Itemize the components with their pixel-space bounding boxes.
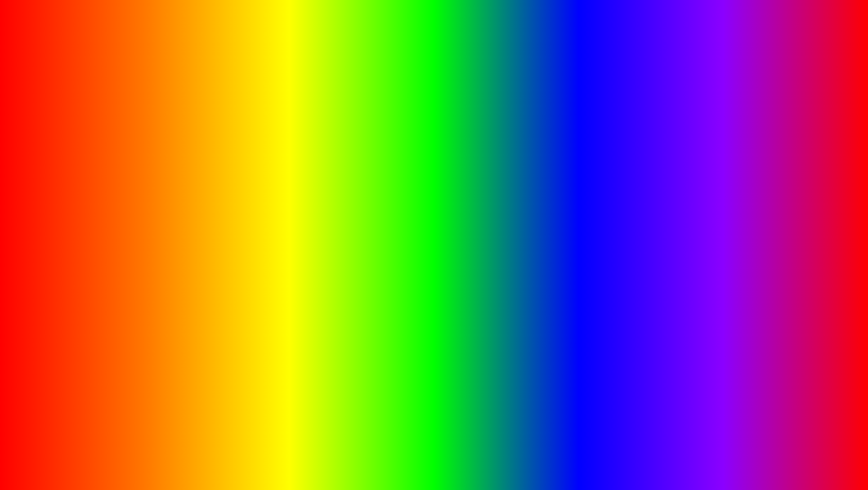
svg-point-11	[338, 404, 356, 413]
checkbox-mastery-normal-right[interactable]	[317, 202, 322, 208]
sidebar-auto-farm-area[interactable]: Auto Farm Area	[61, 168, 116, 176]
chest-list-icon: ☰	[179, 220, 183, 225]
catalyst-tab-general[interactable]: General	[63, 116, 84, 124]
flower-3: 🌼	[298, 325, 311, 337]
green-dot-orbs	[257, 162, 260, 166]
collect-section: Collect 🔧 Auto collect bags Auto collect…	[257, 147, 324, 180]
smiley-icon: 🙂	[116, 134, 123, 140]
svg-text:✧: ✧	[782, 232, 785, 236]
svg-rect-4	[325, 330, 352, 334]
farm-aura-bar	[63, 209, 85, 214]
easter-section: EASTER	[701, 121, 825, 276]
chests-title: Chests	[175, 211, 324, 217]
sidebar-areas: areas | Kawaii	[61, 145, 116, 153]
easter-image: ✦ ✦ ✧ ✧	[701, 159, 818, 276]
sidebar-farm-aura: Farm Aura	[61, 208, 116, 216]
green-ind-1	[322, 222, 327, 226]
easter-title: EASTER	[701, 121, 825, 156]
sidebar-select-redeem[interactable]: Select Redeem...	[61, 225, 116, 232]
log-j: j	[125, 135, 126, 139]
nav-eggs-label: Eggs	[127, 182, 138, 187]
checkbox-auto-farm[interactable]	[63, 170, 67, 174]
svg-point-41	[772, 222, 775, 224]
title-sim: SIMUL	[276, 9, 479, 79]
nav-home[interactable]: 🏠 Home	[113, 145, 171, 156]
chest-list-expand[interactable]: ≡	[317, 220, 320, 225]
autofarm-type-row: Type Multi Target	[175, 155, 243, 161]
svg-point-45	[755, 232, 762, 237]
autofarm-chest-val[interactable]: Magma Chest	[198, 163, 243, 170]
sidebar-aura-distance[interactable]: Aura Distance	[61, 200, 116, 208]
autofarm-area-key: Area	[175, 173, 196, 178]
sidebar-auto-redeem[interactable]: Auto Redeem	[61, 240, 116, 248]
bottom-script: SCRIPT	[484, 446, 612, 482]
svg-point-16	[381, 322, 385, 325]
svg-rect-9	[342, 372, 352, 408]
dollar-sign-1: $	[671, 145, 683, 169]
nav-redeem-label: Redeem/Boost	[125, 205, 158, 210]
nav-redeem-boost[interactable]: ⚙ Redeem/Boost	[113, 201, 171, 213]
checkbox-mastery-multi[interactable]	[177, 194, 183, 200]
nav-eggs[interactable]: 🥚 Eggs	[113, 179, 171, 190]
title-pet: PET	[129, 9, 276, 79]
svg-point-46	[732, 229, 746, 238]
svg-rect-20	[368, 375, 376, 409]
checkbox-enable-chest-right[interactable]	[317, 230, 322, 235]
nav-pets[interactable]: 🐾 Pets	[113, 190, 171, 201]
cloud-body: 🏠 Home 🔨 Lucky Blocks 🌾 Farming 🥚 Eggs 🐾…	[113, 143, 327, 316]
bunny-svg: ✦ ✦ ✧ ✧	[705, 161, 813, 274]
checkbox-enable-chest[interactable]	[177, 230, 183, 235]
autofarm-area-val[interactable]: Kawaii Candyland	[198, 172, 243, 178]
sidebar-select-world[interactable]: Select World	[61, 138, 116, 145]
nav-home-label: Home	[127, 148, 140, 154]
checkbox-auto-redeem[interactable]	[63, 242, 67, 246]
mastery-list-icon: ☰	[179, 185, 183, 190]
sidebar-autof: \\ Auto F...	[61, 130, 116, 138]
checkbox-mastery-multi-right[interactable]	[317, 194, 322, 200]
sidebar-select-area[interactable]: Select Area	[61, 153, 116, 160]
log-time: 07:38:29 AM - 04/10/202	[128, 135, 172, 139]
nav-lucky-blocks[interactable]: 🔨 Lucky Blocks	[113, 156, 171, 168]
log-close[interactable]: ✕	[321, 135, 324, 139]
lucky-icon: 🔨	[118, 159, 124, 165]
mastery-expand-icon[interactable]: ≡	[317, 185, 320, 190]
svg-point-15	[372, 322, 376, 325]
chest-list-label: Chest List	[185, 220, 205, 225]
autofarm-left: Auto farm 🌿 Type Multi Target Chest Magm…	[175, 147, 243, 180]
collect-orbs-row: Auto collect orbs	[257, 161, 324, 166]
redeem-icon: ⚙	[118, 204, 122, 210]
nav-settings[interactable]: 🔍 Settings	[113, 224, 171, 235]
sidebar-diamond-sniper[interactable]: Diamond Sniper	[61, 176, 116, 183]
cloud-close-btn[interactable]: ✕	[319, 124, 324, 130]
nav-misc-label: Misc	[127, 216, 137, 221]
nav-farming[interactable]: 🌾 Farming	[113, 168, 171, 179]
catalyst-tab-pets[interactable]: Pets	[89, 116, 103, 124]
sidebar-re-section: \\ Re...	[61, 218, 116, 225]
mastery-header: ☰ Mastery List ≡	[175, 183, 324, 192]
svg-point-40	[746, 222, 749, 224]
checkbox-mastery-normal[interactable]	[177, 202, 183, 208]
title-x: X	[696, 9, 739, 79]
bottom-title: UPDATE EASTER SCRIPT PASTEBIN	[0, 437, 868, 482]
mastery-normal-row: Auto Farm Mastery (Normal Mode)	[175, 201, 324, 209]
bottom-update: UPDATE	[95, 434, 289, 485]
cloud-left-panel: 🏠 Home 🔨 Lucky Blocks 🌾 Farming 🥚 Eggs 🐾…	[113, 143, 172, 316]
nav-settings-label: Settings	[127, 227, 145, 232]
nav-misc[interactable]: 📊 Misc	[113, 213, 171, 224]
nav-lucky-label: Lucky Blocks	[127, 160, 156, 165]
green-indicators	[322, 222, 327, 238]
sidebar-fruit-sniper[interactable]: Fruit Sniper	[61, 183, 116, 191]
autofarm-area-row: Area Kawaii Candyland	[175, 172, 243, 178]
cloud-right-panel: Auto farm 🌿 Type Multi Target Chest Magm…	[172, 143, 327, 316]
autofarm-type-val[interactable]: Multi Target	[198, 155, 243, 161]
svg-marker-18	[356, 337, 366, 366]
svg-marker-19	[391, 337, 401, 366]
eggs-icon: 🥚	[118, 182, 124, 187]
nav-pets-label: Pets	[127, 193, 137, 199]
nav-webhook[interactable]: 🔒 Webhook	[113, 235, 171, 246]
svg-rect-6	[311, 327, 325, 338]
enable-chest-label: Enable Chest Farm	[185, 230, 224, 235]
autofarm-chest-key: Chest	[175, 164, 196, 169]
webhook-icon: 🔒	[118, 238, 124, 244]
svg-text:✦: ✦	[730, 210, 734, 217]
